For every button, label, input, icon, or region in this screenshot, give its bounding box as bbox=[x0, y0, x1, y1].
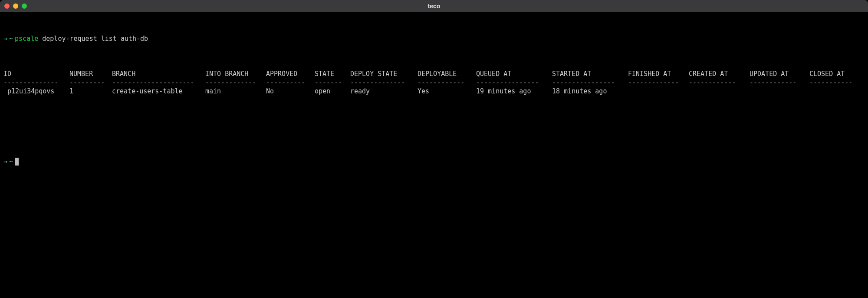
blank-line bbox=[3, 122, 865, 131]
output-table: ID NUMBER BRANCH INTO BRANCH APPROVED ST… bbox=[3, 70, 865, 96]
minimize-icon[interactable] bbox=[13, 3, 18, 9]
sep-deployable: ------------ bbox=[418, 78, 476, 87]
td-queued-at: 19 minutes ago bbox=[476, 87, 552, 96]
th-into-branch: INTO BRANCH bbox=[205, 70, 266, 78]
th-deployable: DEPLOYABLE bbox=[418, 70, 476, 78]
prompt-arrow-icon: → bbox=[3, 157, 7, 166]
th-branch: BRANCH bbox=[112, 70, 205, 78]
close-icon[interactable] bbox=[4, 3, 10, 9]
sep-approved: ---------- bbox=[266, 78, 315, 87]
th-finished-at: FINISHED AT bbox=[628, 70, 689, 78]
th-deploy-state: DEPLOY STATE bbox=[350, 70, 418, 78]
command-name: pscale bbox=[15, 34, 38, 43]
td-into-branch: main bbox=[205, 87, 266, 96]
prompt-arrow-icon: → bbox=[3, 34, 7, 43]
th-created-at: CREATED AT bbox=[689, 70, 750, 78]
prompt-tilde: ~ bbox=[9, 34, 13, 43]
sep-queued-at: ---------------- bbox=[476, 78, 552, 87]
command-args-text: deploy-request list auth-db bbox=[42, 34, 148, 43]
prompt-line-2: → ~ bbox=[3, 157, 865, 166]
sep-started-at: ---------------- bbox=[552, 78, 628, 87]
th-state: STATE bbox=[315, 70, 350, 78]
td-state: open bbox=[315, 87, 350, 96]
traffic-lights bbox=[0, 3, 27, 9]
td-created-at bbox=[689, 87, 750, 96]
window-title: teco bbox=[428, 3, 441, 10]
prompt-tilde: ~ bbox=[9, 157, 13, 166]
th-closed-at: CLOSED AT bbox=[809, 70, 861, 78]
td-started-at: 18 minutes ago bbox=[552, 87, 628, 96]
th-id: ID bbox=[3, 70, 69, 78]
td-branch: create-users-table bbox=[112, 87, 205, 96]
sep-updated-at: ------------ bbox=[750, 78, 809, 87]
sep-id: -------------- bbox=[3, 78, 69, 87]
td-deployable: Yes bbox=[418, 87, 476, 96]
td-id: p12ui34pqovs bbox=[3, 87, 69, 96]
titlebar: teco bbox=[0, 0, 868, 12]
td-closed-at bbox=[809, 87, 861, 96]
sep-into-branch: ------------- bbox=[205, 78, 266, 87]
th-number: NUMBER bbox=[69, 70, 112, 78]
maximize-icon[interactable] bbox=[22, 3, 27, 9]
command-args bbox=[38, 34, 42, 43]
prompt-line-1: → ~ pscale deploy-request list auth-db bbox=[3, 34, 865, 43]
cursor-icon bbox=[15, 158, 19, 166]
th-updated-at: UPDATED AT bbox=[750, 70, 809, 78]
th-started-at: STARTED AT bbox=[552, 70, 628, 78]
td-deploy-state: ready bbox=[350, 87, 418, 96]
sep-branch: --------------------- bbox=[112, 78, 205, 87]
sep-closed-at: ----------- bbox=[809, 78, 861, 87]
td-number: 1 bbox=[69, 87, 112, 96]
sep-state: ------- bbox=[315, 78, 350, 87]
td-finished-at bbox=[628, 87, 689, 96]
th-approved: APPROVED bbox=[266, 70, 315, 78]
td-approved: No bbox=[266, 87, 315, 96]
td-updated-at bbox=[750, 87, 809, 96]
th-queued-at: QUEUED AT bbox=[476, 70, 552, 78]
terminal[interactable]: → ~ pscale deploy-request list auth-db I… bbox=[0, 12, 868, 179]
sep-created-at: ------------ bbox=[689, 78, 750, 87]
sep-deploy-state: -------------- bbox=[350, 78, 418, 87]
sep-number: --------- bbox=[69, 78, 112, 87]
sep-finished-at: ------------- bbox=[628, 78, 689, 87]
